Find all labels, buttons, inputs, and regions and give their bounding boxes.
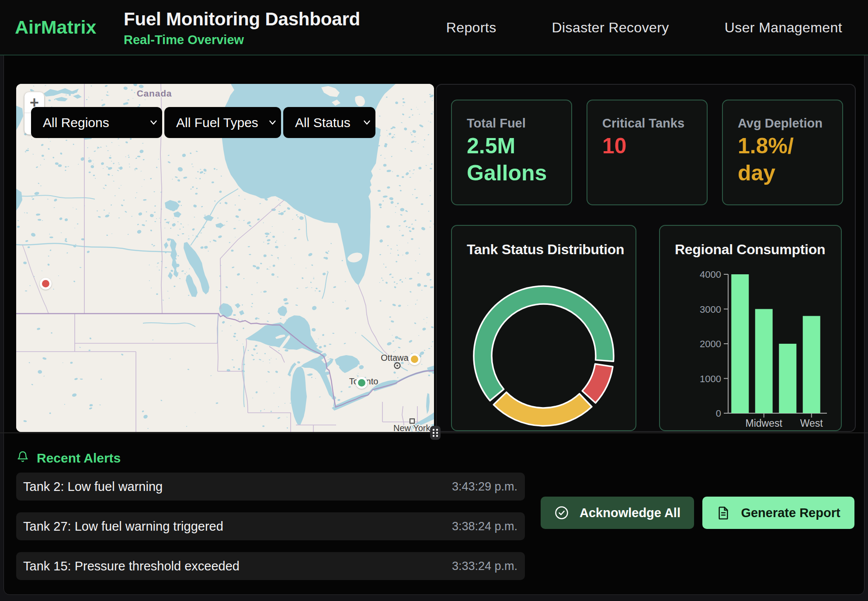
bell-icon: [17, 451, 29, 463]
status-filter-select[interactable]: All Status: [283, 107, 375, 138]
doughnut-segment-critical: [582, 364, 613, 403]
stat-label: Avg Depletion: [738, 116, 827, 131]
doughnut-segment-warning: [493, 392, 592, 426]
regional-consumption-chart-card: Regional Consumption 01000200030004000Mi…: [659, 225, 842, 431]
stat-value: 10: [602, 132, 692, 159]
map-label-new-york: New York: [393, 423, 431, 432]
nav-item-user-management[interactable]: User Management: [725, 20, 842, 36]
chevron-down-icon: [269, 119, 276, 126]
alert-row[interactable]: Tank 15: Pressure threshold exceeded 3:3…: [16, 552, 525, 580]
map-label-ottawa: Ottawa: [381, 353, 409, 363]
page-subtitle: Real-Time Overview: [124, 33, 360, 47]
region-filter-select[interactable]: All Regions: [31, 107, 162, 138]
alert-text: Tank 2: Low fuel warning: [23, 480, 163, 494]
fuel-type-filter-select[interactable]: All Fuel Types: [164, 107, 281, 138]
nav-item-reports[interactable]: Reports: [446, 20, 496, 36]
x-tick-label: Midwest: [746, 418, 783, 429]
stat-label: Critical Tanks: [602, 116, 692, 131]
alert-row[interactable]: Tank 2: Low fuel warning 3:43:29 p.m.: [16, 473, 525, 501]
acknowledge-all-button[interactable]: Acknowledge All: [541, 497, 694, 529]
stat-card-critical-tanks: Critical Tanks 10: [587, 100, 708, 205]
generate-report-button[interactable]: Generate Report: [702, 497, 854, 529]
nav: Reports Disaster Recovery User Managemen…: [446, 0, 842, 55]
alert-text: Tank 15: Pressure threshold exceeded: [23, 559, 240, 573]
stat-value: 2.5MGallons: [467, 132, 556, 187]
region-filter-value: All Regions: [43, 115, 109, 130]
y-tick-label: 2000: [700, 338, 721, 349]
x-tick-label: West: [800, 418, 823, 429]
chevron-down-icon: [150, 119, 157, 126]
title-block: Fuel Monitoring Dashboard Real-Time Over…: [124, 9, 360, 47]
status-filter-value: All Status: [295, 115, 351, 130]
bar-3: [803, 316, 820, 413]
fuel-type-filter-value: All Fuel Types: [176, 115, 258, 130]
chart-title: Tank Status Distribution: [467, 242, 624, 258]
alert-row[interactable]: Tank 27: Low fuel warning triggered 3:38…: [16, 512, 525, 540]
tank-marker-warning[interactable]: [409, 353, 420, 365]
y-tick-label: 1000: [700, 373, 721, 384]
y-tick-label: 3000: [700, 304, 721, 315]
stat-label: Total Fuel: [467, 116, 556, 131]
shell-bottom-edge: [0, 595, 868, 601]
alert-text: Tank 27: Low fuel warning triggered: [23, 519, 223, 534]
tank-marker-critical[interactable]: [40, 278, 52, 290]
alert-time: 3:38:24 p.m.: [452, 520, 517, 533]
tank-marker-normal[interactable]: [356, 377, 368, 389]
map[interactable]: Canada Ottawa Toronto New York + −: [16, 84, 434, 432]
fuel-monitoring-dashboard: AirMatrix Fuel Monitoring Dashboard Real…: [0, 0, 868, 601]
stat-value: 1.8%/day: [738, 132, 827, 187]
y-tick-label: 0: [716, 408, 721, 419]
bar-0: [731, 274, 749, 413]
file-text-icon: [716, 506, 730, 520]
overview-panel: Total Fuel 2.5MGallons Critical Tanks 10…: [436, 84, 856, 432]
nav-item-disaster-recovery[interactable]: Disaster Recovery: [552, 20, 669, 36]
stat-card-avg-depletion: Avg Depletion 1.8%/day: [722, 100, 843, 205]
bar-2: [779, 344, 796, 413]
map-filters: All Regions All Fuel Types All Status: [31, 107, 375, 138]
map-label-canada: Canada: [137, 88, 172, 98]
alerts-heading: Recent Alerts: [37, 451, 121, 466]
check-circle-icon: [554, 505, 569, 520]
chart-title: Regional Consumption: [675, 242, 825, 258]
alert-time: 3:33:24 p.m.: [452, 560, 517, 573]
bar-1: [755, 309, 773, 414]
tank-status-chart-card: Tank Status Distribution: [451, 225, 636, 431]
page-title: Fuel Monitoring Dashboard: [124, 9, 360, 30]
y-tick-label: 4000: [700, 269, 721, 280]
alert-time: 3:43:29 p.m.: [452, 480, 517, 494]
split-drag-handle-icon[interactable]: [430, 426, 441, 440]
brand-logo: AirMatrix: [15, 17, 96, 38]
stat-card-total-fuel: Total Fuel 2.5MGallons: [451, 100, 572, 205]
chevron-down-icon: [363, 119, 371, 126]
header: AirMatrix Fuel Monitoring Dashboard Real…: [0, 0, 868, 55]
